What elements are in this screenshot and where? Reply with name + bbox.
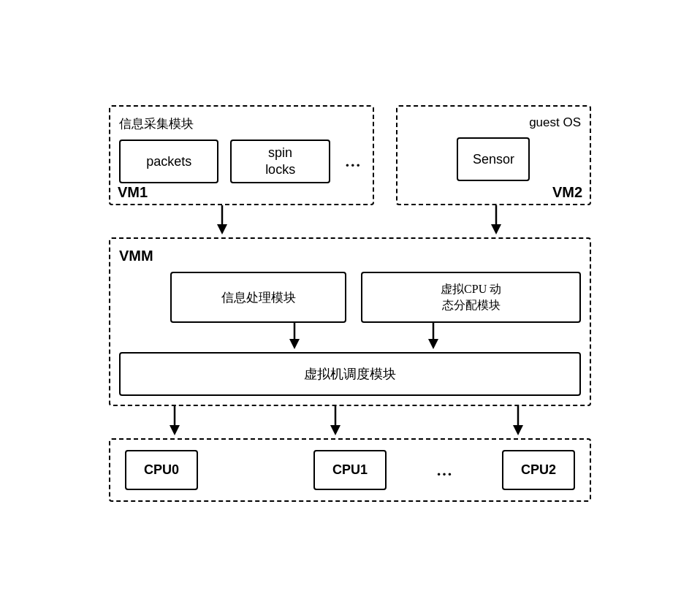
vcpu-alloc-box: 虚拟CPU 动态分配模块 xyxy=(361,272,581,323)
vmm-arrow-svg xyxy=(119,323,581,352)
vmm-top-row: 信息处理模块 虚拟CPU 动态分配模块 xyxy=(119,272,581,323)
schedule-to-cpu-arrows xyxy=(109,406,591,438)
vm2-inner-label: guest OS xyxy=(406,115,581,130)
packets-box: packets xyxy=(119,140,218,183)
vmm-inner-arrows xyxy=(119,323,581,352)
svg-marker-5 xyxy=(289,339,300,349)
cpu-container: CPU0 CPU1 … CPU2 xyxy=(109,438,591,502)
cpu-ellipsis-2: … xyxy=(387,461,502,480)
svg-marker-7 xyxy=(428,339,438,349)
top-row: 信息采集模块 packets spin locks … VM1 guest OS… xyxy=(109,105,591,205)
cpu-row: CPU0 CPU1 … CPU2 xyxy=(125,450,575,490)
info-process-box: 信息处理模块 xyxy=(170,272,346,323)
vm1-label: VM1 xyxy=(118,184,148,201)
schedule-box: 虚拟机调度模块 xyxy=(119,352,581,396)
vm2-label: VM2 xyxy=(552,184,582,201)
vm1-inner-label: 信息采集模块 xyxy=(119,115,364,132)
schedule-cpu-arrow-svg xyxy=(109,406,591,438)
svg-marker-13 xyxy=(513,425,523,435)
svg-marker-9 xyxy=(170,425,180,435)
vm1-ellipsis: … xyxy=(342,152,364,171)
cpu2-box: CPU2 xyxy=(502,450,575,490)
vmm-container: VMM 信息处理模块 虚拟CPU 动态分配模块 虚拟机调度模块 xyxy=(109,237,591,406)
cpu0-box: CPU0 xyxy=(125,450,198,490)
vm-to-vmm-arrows xyxy=(109,205,591,237)
vmm-label: VMM xyxy=(119,248,581,264)
main-layout: 信息采集模块 packets spin locks … VM1 guest OS… xyxy=(109,105,591,502)
sensor-box: Sensor xyxy=(457,137,530,181)
vm1-container: 信息采集模块 packets spin locks … VM1 xyxy=(109,105,374,205)
vm2-container: guest OS Sensor VM2 xyxy=(396,105,591,205)
vm2-boxes: Sensor xyxy=(406,137,581,181)
diagram-wrapper: 信息采集模块 packets spin locks … VM1 guest OS… xyxy=(94,91,606,516)
svg-marker-11 xyxy=(330,425,341,435)
spinlocks-box: spin locks xyxy=(230,140,330,183)
cpu1-box: CPU1 xyxy=(313,450,387,490)
top-arrows-row xyxy=(109,205,591,237)
vm1-boxes: packets spin locks … xyxy=(119,140,364,183)
svg-marker-3 xyxy=(491,224,501,234)
svg-marker-1 xyxy=(217,224,227,234)
